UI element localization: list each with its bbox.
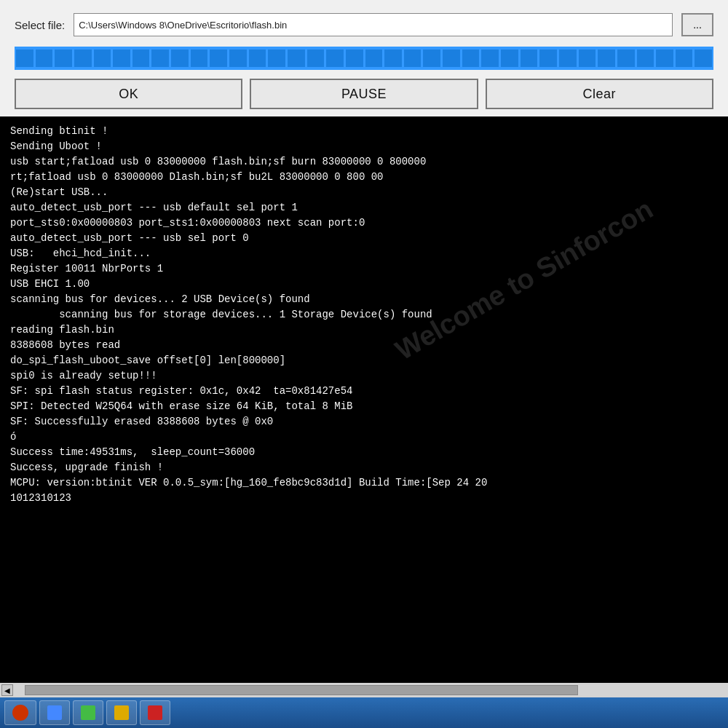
clear-button[interactable]: Clear	[486, 79, 713, 109]
terminal-line: USB EHCI 1.00	[10, 277, 718, 292]
terminal-line: SF: spi flash status register: 0x1c, 0x4…	[10, 384, 718, 399]
terminal-line: USB: ehci_hcd_init...	[10, 246, 718, 261]
terminal-line: (Re)start USB...	[10, 185, 718, 200]
progress-segment	[462, 50, 480, 67]
terminal-line: ó	[10, 430, 718, 445]
progress-segment	[617, 50, 635, 67]
terminal-line: spi0 is already setup!!!	[10, 368, 718, 384]
button-row: OK PAUSE Clear	[0, 76, 728, 116]
pause-button[interactable]: PAUSE	[250, 79, 478, 109]
terminal-line: Sending Uboot !	[10, 139, 718, 154]
terminal-line: Success, upgrade finish !	[10, 460, 718, 475]
progress-segment	[656, 50, 673, 67]
progress-segment	[384, 50, 402, 67]
progress-segment	[307, 50, 325, 67]
progress-segment	[132, 50, 150, 67]
taskbar-item-1[interactable]	[4, 700, 36, 725]
progress-segment	[36, 50, 53, 67]
terminal-line: Success time:49531ms, sleep_count=36000	[10, 445, 718, 460]
terminal-line: auto_detect_usb_port --- usb default sel…	[10, 200, 718, 215]
terminal-line: 1012310123	[10, 491, 718, 506]
terminal-line: usb start;fatload usb 0 83000000 flash.b…	[10, 154, 718, 170]
taskbar-item-4[interactable]	[106, 700, 137, 725]
progress-segment	[481, 50, 499, 67]
taskbar-icon-5	[148, 705, 162, 720]
progress-segment	[637, 50, 654, 67]
terminal-line: port_sts0:0x00000803 port_sts1:0x0000080…	[10, 215, 718, 231]
progress-segment	[559, 50, 577, 67]
progress-segment	[676, 50, 693, 67]
taskbar-item-5[interactable]	[140, 700, 170, 725]
terminal-line: reading flash.bin	[10, 323, 718, 338]
terminal-line: MCPU: version:btinit VER 0.0.5_sym:[hg_1…	[10, 475, 718, 491]
progress-segment	[423, 50, 440, 67]
progress-segment	[579, 50, 596, 67]
scrollbar-thumb[interactable]	[25, 685, 578, 695]
browse-button[interactable]: ...	[681, 13, 713, 36]
select-file-label: Select file:	[15, 19, 65, 31]
progress-segment	[191, 50, 208, 67]
progress-segment	[210, 50, 227, 67]
progress-segment	[598, 50, 615, 67]
progress-segment	[74, 50, 92, 67]
progress-segment	[94, 50, 111, 67]
progress-segment	[346, 50, 363, 67]
terminal-area: Welcome to Sinforcon Sending btinit !Sen…	[0, 116, 728, 683]
terminal-line: 8388608 bytes read	[10, 338, 718, 353]
scrollbar-area[interactable]: ◀	[0, 683, 728, 697]
scrollbar-left-arrow[interactable]: ◀	[1, 684, 13, 696]
terminal-line: SPI: Detected W25Q64 with erase size 64 …	[10, 399, 718, 414]
app-window: Select file: ... OK PAUSE Clear Welcome …	[0, 0, 728, 728]
taskbar-item-2[interactable]	[39, 700, 70, 725]
taskbar	[0, 697, 728, 728]
terminal-line: Sending btinit !	[10, 124, 718, 139]
terminal-line: do_spi_flash_uboot_save offset[0] len[80…	[10, 353, 718, 368]
progress-segment	[229, 50, 247, 67]
terminal-line: Register 10011 NbrPorts 1	[10, 261, 718, 277]
terminal-line: rt;fatload usb 0 83000000 Dlash.bin;sf b…	[10, 170, 718, 185]
progress-segment	[326, 50, 344, 67]
progress-segment	[16, 50, 33, 67]
top-bar: Select file: ...	[0, 0, 728, 44]
taskbar-icon-4	[114, 705, 129, 720]
terminal-output: Sending btinit !Sending Uboot !usb start…	[10, 124, 718, 506]
terminal-line: SF: Successfully erased 8388608 bytes @ …	[10, 414, 718, 430]
terminal-line: scanning bus for storage devices... 1 St…	[10, 307, 718, 323]
progress-segment	[404, 50, 422, 67]
file-path-input[interactable]	[74, 13, 673, 36]
progress-segment	[151, 50, 169, 67]
taskbar-icon-1	[12, 705, 28, 721]
progress-bar	[15, 47, 713, 70]
progress-segment	[268, 50, 285, 67]
progress-segment	[55, 50, 72, 67]
taskbar-item-3[interactable]	[73, 700, 103, 725]
taskbar-icon-3	[81, 705, 95, 720]
progress-segment	[288, 50, 305, 67]
terminal-line: scanning bus for devices... 2 USB Device…	[10, 292, 718, 307]
progress-segment	[521, 50, 538, 67]
progress-segment	[171, 50, 189, 67]
progress-segment	[501, 50, 518, 67]
ok-button[interactable]: OK	[15, 79, 242, 109]
progress-segment	[365, 50, 383, 67]
progress-segment	[539, 50, 557, 67]
progress-segment	[249, 50, 266, 67]
progress-segment	[695, 50, 712, 67]
terminal-line: auto_detect_usb_port --- usb sel port 0	[10, 231, 718, 246]
progress-segment	[443, 50, 460, 67]
taskbar-icon-2	[47, 705, 62, 720]
progress-segment	[113, 50, 130, 67]
